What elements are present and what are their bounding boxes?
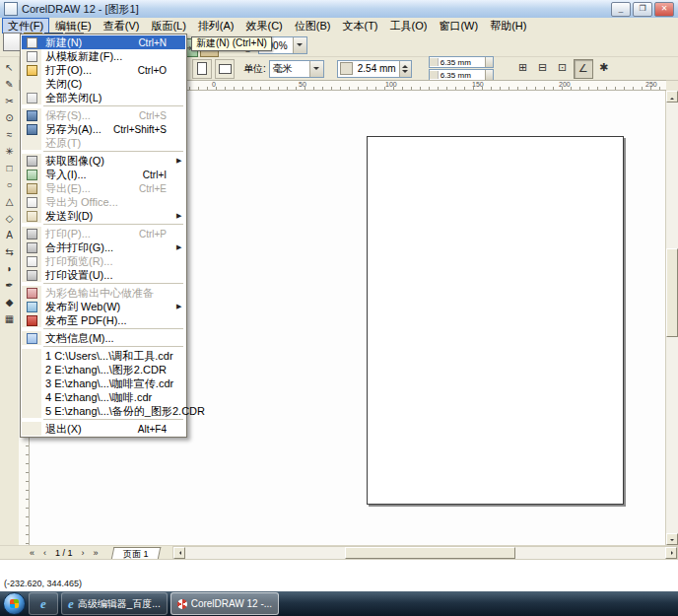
dropdown-arrow-icon[interactable] (293, 37, 306, 53)
menubar-item[interactable]: 文件(F) (2, 18, 49, 34)
file-menu-item[interactable]: 5 E:\zhang\...\备份的_图形2.CDR (22, 404, 185, 418)
menu-item-label: 退出(X) (41, 422, 82, 437)
file-menu-item[interactable]: 获取图像(Q)▶ (22, 154, 185, 168)
basic-shapes-tool[interactable]: ◇ (1, 210, 18, 227)
last-page-button[interactable]: » (90, 548, 102, 558)
shape-tool[interactable]: ✎ (1, 76, 18, 93)
fill-tool[interactable]: ◆ (1, 294, 18, 310)
vertical-scroll-thumb[interactable] (666, 248, 678, 337)
smart-drawing-tool[interactable]: ✳ (1, 143, 18, 160)
menubar-item[interactable]: 文本(T) (336, 18, 383, 34)
scroll-right-icon[interactable] (665, 547, 677, 559)
dynamic-guides-icon[interactable]: ∠ (574, 59, 593, 79)
file-menu-item[interactable]: 合并打印(G)...▶ (22, 240, 185, 254)
submenu-arrow-icon: ▶ (176, 243, 185, 251)
menubar-item[interactable]: 版面(L) (145, 18, 191, 34)
file-menu-item[interactable]: 新建(N)Ctrl+N (22, 35, 185, 49)
menubar-item[interactable]: 编辑(E) (49, 18, 98, 34)
taskbar-button-label: CorelDRAW 12 -... (191, 598, 272, 609)
menu-item-gutter (22, 286, 41, 300)
vertical-scrollbar[interactable] (665, 91, 678, 545)
drawing-page[interactable] (367, 136, 624, 505)
file-menu-item[interactable]: 3 E:\zhang\...\咖啡宣传.cdr (22, 376, 185, 390)
file-menu-item[interactable]: 2 E:\zhang\...\图形2.CDR (22, 363, 185, 376)
dropdown-arrow-icon[interactable] (309, 61, 323, 77)
nudge-offset-field[interactable]: 2.54 mm (337, 60, 412, 78)
horizontal-scrollbar[interactable] (172, 546, 678, 560)
spinner-arrows-icon[interactable] (485, 57, 493, 67)
menubar-item[interactable]: 窗口(W) (433, 18, 484, 34)
print-preview-icon (27, 256, 37, 267)
zoom-tool[interactable]: ⊙ (1, 109, 18, 126)
taskbar-button[interactable]: e高级编辑器_百度... (61, 592, 168, 615)
previous-page-button[interactable]: ‹ (38, 548, 51, 558)
file-menu-item[interactable]: 从模板新建(F)... (22, 49, 185, 63)
file-menu-item[interactable]: 关闭(C) (22, 77, 185, 91)
duplicate-y-value: 6.35 mm (439, 71, 485, 80)
snap-to-guidelines-icon[interactable]: ⊟ (534, 59, 552, 77)
snap-to-objects-icon[interactable]: ⊡ (554, 59, 572, 77)
ellipse-tool[interactable]: ○ (1, 176, 18, 193)
spinner-arrows-icon[interactable] (485, 70, 493, 80)
file-menu-item[interactable]: 全部关闭(L) (22, 91, 185, 104)
file-menu-item[interactable]: 导入(I)...Ctrl+I (22, 168, 185, 181)
interactive-fill-tool[interactable]: ▦ (1, 310, 18, 327)
menu-item-gutter (22, 404, 41, 418)
menubar-item[interactable]: 位图(B) (289, 18, 337, 34)
menubar-item[interactable]: 查看(V) (98, 18, 146, 34)
file-menu-item[interactable]: 发布到 Web(W)▶ (22, 300, 185, 313)
minimize-button[interactable]: _ (611, 2, 631, 17)
portrait-orientation-button[interactable] (192, 59, 212, 79)
menubar-item[interactable]: 效果(C) (240, 18, 289, 34)
file-menu-item[interactable]: 打开(O)...Ctrl+O (22, 63, 185, 77)
duplicate-y-icon (430, 71, 439, 79)
file-menu-item[interactable]: 打印设置(U)... (22, 268, 185, 282)
close-all-icon (27, 93, 37, 103)
units-combo[interactable]: 毫米 (269, 60, 324, 78)
menu-item-gutter (22, 313, 41, 327)
menubar-item[interactable]: 排列(A) (192, 18, 240, 34)
menubar-item[interactable]: 工具(O) (384, 18, 434, 34)
spinner-arrows-icon[interactable] (399, 61, 411, 77)
next-page-button[interactable]: › (77, 548, 90, 558)
send-to-icon (27, 211, 37, 222)
pinned-browser-button[interactable]: e (29, 592, 58, 615)
file-menu-item[interactable]: 退出(X)Alt+F4 (22, 422, 185, 436)
file-menu-item[interactable]: 4 E:\zhang\...\咖啡.cdr (22, 390, 185, 404)
knife-tool[interactable]: ✂ (1, 93, 18, 109)
taskbar-button[interactable]: CorelDRAW 12 -... (170, 592, 279, 615)
window-controls: _ ❐ ✕ (611, 2, 676, 17)
file-menu-item[interactable]: 发布至 PDF(H)... (22, 313, 185, 327)
polygon-tool[interactable]: △ (1, 193, 18, 210)
start-button[interactable] (3, 592, 26, 615)
pick-tool[interactable]: ↖ (1, 59, 18, 76)
menu-item-gutter (22, 49, 41, 63)
text-tool[interactable]: A (1, 227, 18, 243)
rectangle-tool[interactable]: □ (1, 160, 18, 176)
eyedropper-tool[interactable]: ◗ (1, 260, 18, 277)
first-page-button[interactable]: « (26, 548, 38, 558)
internet-explorer-icon: e (68, 597, 74, 610)
app-icon (4, 2, 18, 16)
toolbox: ↖✎✂⊙≈✳□○△◇A⇆◗✒◆▦ (0, 57, 20, 545)
menu-item-gutter (22, 254, 41, 268)
file-menu-item[interactable]: 发送到(D)▶ (22, 209, 185, 223)
landscape-orientation-button[interactable] (215, 59, 235, 79)
scroll-up-icon[interactable] (666, 91, 678, 103)
file-menu-item[interactable]: 文档信息(M)... (22, 331, 185, 345)
options-icon[interactable]: ✱ (595, 59, 613, 77)
freehand-tool[interactable]: ≈ (1, 126, 18, 143)
page-tab[interactable]: 页面 1 (110, 547, 160, 560)
duplicate-x-field[interactable]: 6.35 mm (429, 56, 494, 68)
close-button[interactable]: ✕ (654, 2, 674, 17)
restore-button[interactable]: ❐ (633, 2, 652, 17)
file-menu-item[interactable]: 另存为(A)...Ctrl+Shift+S (22, 122, 185, 136)
horizontal-scroll-thumb[interactable] (345, 547, 516, 559)
snap-to-grid-icon[interactable]: ⊞ (514, 59, 532, 77)
file-menu-item[interactable]: 1 C:\Users\...\调和工具.cdr (22, 349, 185, 363)
menubar-item[interactable]: 帮助(H) (484, 18, 532, 34)
outline-tool[interactable]: ✒ (1, 277, 18, 294)
scroll-down-icon[interactable] (666, 533, 678, 545)
scroll-left-icon[interactable] (173, 547, 185, 559)
interactive-blend-tool[interactable]: ⇆ (1, 243, 18, 260)
